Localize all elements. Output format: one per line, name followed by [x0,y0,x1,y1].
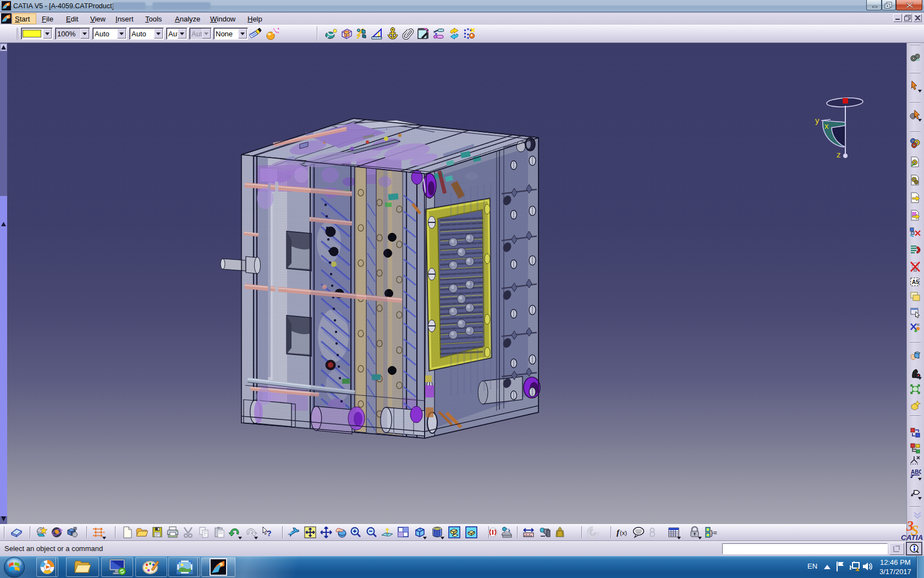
svg-text:}=: }= [711,528,717,537]
svg-text:n: n [917,322,919,327]
svg-text:z: z [837,150,841,159]
svg-text:CATIA: CATIA [901,533,923,542]
svg-text:ABC: ABC [911,469,921,475]
svg-text:(x): (x) [620,530,627,536]
svg-text:!: ! [856,568,857,571]
svg-text:1: 1 [377,31,381,37]
svg-text:A5: A5 [912,279,919,285]
svg-text:y: y [815,116,820,125]
svg-text:x: x [824,121,829,130]
svg-text:?: ? [267,529,272,538]
